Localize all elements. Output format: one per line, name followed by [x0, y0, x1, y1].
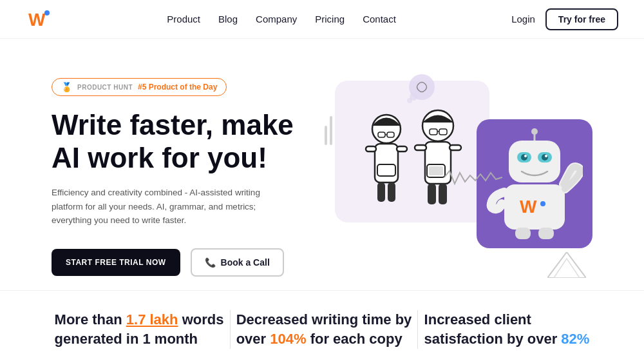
svg-rect-13 — [377, 164, 395, 176]
stat-writing-suffix: for each copy — [307, 331, 402, 347]
phone-icon: 📞 — [205, 257, 216, 268]
svg-point-41 — [540, 201, 545, 206]
svg-rect-4 — [330, 116, 332, 145]
svg-point-16 — [422, 110, 453, 141]
stat-writing-text: Decreased writing time byover 104% for e… — [236, 310, 412, 348]
nav-links: Product Blog Company Pricing Contact — [167, 14, 396, 25]
nav-actions: Login Try for free — [511, 8, 618, 30]
svg-rect-12 — [397, 146, 407, 152]
stat-divider-2 — [417, 310, 418, 349]
stat-satisfaction: Increased clientsatisfaction by over 82% — [424, 310, 590, 348]
deco-shape-bottom — [547, 252, 586, 280]
svg-point-37 — [524, 155, 527, 157]
stat-divider-1 — [230, 310, 231, 349]
try-free-button[interactable]: Try for free — [545, 8, 618, 30]
hero-title: Write faster, make AI work for you! — [52, 109, 316, 174]
book-call-label: Book a Call — [221, 257, 270, 268]
stat-words-prefix: More than — [55, 311, 126, 328]
navbar: W Product Blog Company Pricing Contact L… — [0, 0, 644, 39]
svg-marker-44 — [547, 252, 586, 278]
svg-marker-45 — [554, 259, 580, 278]
start-trial-button[interactable]: START FREE TRIAL NOW — [52, 249, 180, 276]
stat-satisfaction-prefix: Increased clientsatisfaction by over — [424, 311, 562, 347]
hero-content: 🏅 PRODUCT HUNT #5 Product of the Day Wri… — [52, 78, 316, 277]
thought-bubble — [406, 71, 438, 106]
stat-writing: Decreased writing time byover 104% for e… — [236, 310, 412, 348]
svg-rect-43 — [538, 228, 554, 239]
svg-text:W: W — [28, 10, 46, 30]
svg-rect-15 — [388, 182, 395, 202]
stat-satisfaction-highlight: 82% — [561, 331, 589, 347]
nav-product[interactable]: Product — [167, 14, 200, 25]
nav-contact[interactable]: Contact — [363, 14, 396, 25]
book-call-button[interactable]: 📞 Book a Call — [191, 248, 284, 277]
svg-rect-24 — [429, 166, 443, 175]
hero-description: Efficiency and creativity combined - AI-… — [52, 186, 270, 228]
svg-point-38 — [545, 155, 547, 157]
svg-point-36 — [542, 154, 548, 161]
logo[interactable]: W — [26, 6, 52, 32]
hero-section: 🏅 PRODUCT HUNT #5 Product of the Day Wri… — [0, 39, 644, 290]
svg-rect-22 — [450, 145, 461, 150]
svg-point-29 — [407, 98, 412, 103]
hero-buttons: START FREE TRIAL NOW 📞 Book a Call — [52, 248, 316, 277]
stat-words: More than 1.7 lakh wordsgenerated in 1 m… — [55, 310, 224, 348]
stat-satisfaction-text: Increased clientsatisfaction by over 82% — [424, 310, 590, 348]
svg-point-35 — [521, 154, 527, 161]
login-button[interactable]: Login — [511, 14, 535, 25]
stat-words-text: More than 1.7 lakh wordsgenerated in 1 m… — [55, 310, 224, 348]
svg-rect-3 — [325, 126, 327, 145]
svg-rect-11 — [366, 146, 376, 152]
badge-icon: 🏅 — [61, 82, 72, 92]
svg-rect-42 — [515, 228, 531, 239]
svg-rect-21 — [415, 145, 426, 150]
svg-rect-14 — [377, 182, 385, 202]
waveform-deco — [444, 168, 502, 190]
hero-illustration: W — [316, 68, 592, 287]
product-hunt-badge: 🏅 PRODUCT HUNT #5 Product of the Day — [52, 78, 227, 96]
svg-point-32 — [531, 128, 538, 135]
nav-company[interactable]: Company — [256, 14, 297, 25]
nav-blog[interactable]: Blog — [218, 14, 238, 25]
stat-words-highlight: 1.7 lakh — [126, 311, 178, 328]
nav-pricing[interactable]: Pricing — [315, 14, 345, 25]
badge-text: #5 Product of the Day — [138, 83, 217, 92]
stat-writing-highlight: 104% — [270, 331, 306, 347]
badge-label: PRODUCT HUNT — [77, 84, 133, 91]
svg-point-2 — [44, 10, 50, 15]
svg-text:W: W — [520, 197, 537, 217]
stats-section: More than 1.7 lakh wordsgenerated in 1 m… — [0, 290, 644, 363]
svg-rect-25 — [428, 184, 436, 204]
